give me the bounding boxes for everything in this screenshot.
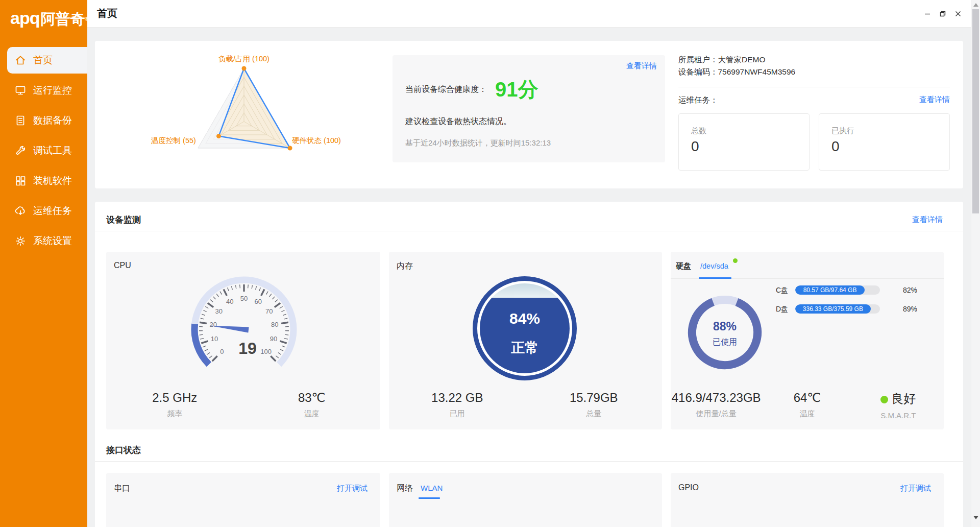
partition-c-usage-bar: 80.57 GB/97.64 GB <box>795 285 880 295</box>
health-score-row: 当前设备综合健康度： 91分 <box>405 77 538 102</box>
memory-percent-text: 84% <box>480 310 570 327</box>
backup-ledger-icon <box>14 114 27 127</box>
disk-smart-metric: 良好 S.M.A.R.T <box>853 391 944 420</box>
cpu-card: CPU 010203040506070809010019 2.5 GHz 频率 … <box>106 252 380 429</box>
svg-text:19: 19 <box>238 339 257 357</box>
scrollbar-down-arrow[interactable] <box>973 516 978 519</box>
svg-text:90: 90 <box>270 335 277 343</box>
logo-brand: apq <box>10 8 39 28</box>
disk-card: 硬盘 /dev/sda C盘 80.57 GB/97.64 GB 82% D盘 <box>671 252 944 429</box>
tasks-executed-value: 0 <box>831 138 840 155</box>
divider <box>678 87 950 87</box>
memory-used-label: 已用 <box>389 409 526 419</box>
sidebar-item-label: 装机软件 <box>33 174 72 187</box>
cpu-metrics: 2.5 GHz 频率 83℃ 温度 <box>106 391 380 419</box>
disk-card-title: 硬盘 <box>676 261 691 271</box>
tasks-total-value: 0 <box>691 138 699 155</box>
monitor-detail-link[interactable]: 查看详情 <box>912 215 943 225</box>
monitor-icon <box>14 84 27 97</box>
cpu-card-title: CPU <box>114 261 131 270</box>
disk-metrics: 416.9/473.23GB 使用量/总量 64℃ 温度 良好 S.M.A.R.… <box>671 391 944 420</box>
gpio-title: GPIO <box>678 483 699 492</box>
health-score-value: 91分 <box>495 76 538 104</box>
disk-usage-value: 416.9/473.23GB <box>671 391 762 405</box>
restore-button[interactable] <box>935 6 950 21</box>
memory-card: 内存 84% 正常 13.22 GB 已用 15.79GB 总量 <box>389 252 662 429</box>
app-window: apq阿普奇® 首页 运行监控 数据备份 调试工具 装机软件 <box>0 0 980 527</box>
cpu-temperature-metric: 83℃ 温度 <box>243 391 381 419</box>
gear-icon <box>14 235 27 247</box>
page-title: 首页 <box>97 7 117 20</box>
scrollbar-up-arrow[interactable] <box>973 3 978 7</box>
disk-tab-dev-sda[interactable]: /dev/sda <box>700 262 728 270</box>
ops-tasks-label: 运维任务： <box>678 95 718 104</box>
sidebar-item-label: 数据备份 <box>33 114 72 127</box>
disk-smart-value: 良好 <box>853 391 944 407</box>
svg-text:硬件状态 (100): 硬件状态 (100) <box>292 136 341 145</box>
sidebar-menu: 首页 运行监控 数据备份 调试工具 装机软件 运维任务 <box>0 47 87 254</box>
device-info-panel: 所属租户：大管家DEMO 设备编码：756997NWF45M3596 运维任务：… <box>678 55 950 177</box>
sidebar-item-ops-tasks[interactable]: 运维任务 <box>0 198 87 224</box>
cpu-temperature-value: 83℃ <box>243 391 381 405</box>
minimize-button[interactable] <box>920 6 935 21</box>
sidebar: apq阿普奇® 首页 运行监控 数据备份 调试工具 装机软件 <box>0 0 87 527</box>
cloud-task-icon <box>14 205 27 217</box>
tenant-row: 所属租户：大管家DEMO <box>678 55 766 65</box>
disk-smart-text: 良好 <box>891 392 916 405</box>
disk-usage-metric: 416.9/473.23GB 使用量/总量 <box>671 391 762 420</box>
network-tab-active-underline <box>419 497 440 499</box>
health-score-label: 当前设备综合健康度： <box>405 84 487 95</box>
device-code-value: 756997NWF45M3596 <box>718 67 796 76</box>
home-icon <box>14 54 27 66</box>
sidebar-item-system-settings[interactable]: 系统设置 <box>0 228 87 254</box>
sidebar-item-debug-tools[interactable]: 调试工具 <box>0 137 87 164</box>
partition-d-name: D盘 <box>776 305 788 314</box>
sidebar-item-home[interactable]: 首页 <box>7 47 87 74</box>
memory-liquid-chart: 84% 正常 <box>473 276 577 380</box>
sidebar-item-data-backup[interactable]: 数据备份 <box>0 107 87 134</box>
disk-donut-chart: 88%已使用 <box>681 289 769 376</box>
svg-text:10: 10 <box>211 335 218 343</box>
health-advice-text: 建议检查设备散热状态情况。 <box>405 116 511 127</box>
health-stats-note: 基于近24小时数据统计，更新时间15:32:13 <box>405 138 551 148</box>
monitor-section-title: 设备监测 <box>106 214 141 226</box>
memory-card-title: 内存 <box>397 261 413 272</box>
partition-c-name: C盘 <box>776 286 788 295</box>
main-content: 负载/占用 (100)硬件状态 (100)温度控制 (55) 查看详情 当前设备… <box>87 28 971 527</box>
tasks-total-box: 总数 0 <box>678 113 810 171</box>
disk-online-dot-icon <box>733 258 738 263</box>
device-code-row: 设备编码：756997NWF45M3596 <box>678 67 795 78</box>
scrollbar-thumb[interactable] <box>972 9 979 213</box>
memory-total-value: 15.79GB <box>526 391 663 405</box>
serial-port-card: 串口 打开调试 <box>106 473 380 527</box>
gpio-card: GPIO 打开调试 <box>671 473 944 527</box>
partition-d-percent: 89% <box>903 305 917 313</box>
tasks-executed-label: 已执行 <box>831 126 854 136</box>
gpio-open-debug-link[interactable]: 打开调试 <box>900 484 931 493</box>
health-detail-link[interactable]: 查看详情 <box>626 61 657 71</box>
logo-registered-mark: ® <box>85 16 89 22</box>
sidebar-item-installed-software[interactable]: 装机软件 <box>0 167 87 194</box>
disk-tab-active-underline <box>699 277 731 279</box>
ops-tasks-detail-link[interactable]: 查看详情 <box>919 95 950 105</box>
svg-text:70: 70 <box>265 307 273 315</box>
memory-total-metric: 15.79GB 总量 <box>526 391 663 419</box>
close-button[interactable] <box>950 6 966 21</box>
vertical-scrollbar <box>971 0 980 527</box>
disk-tab-row: 硬盘 /dev/sda <box>671 252 944 279</box>
divider <box>95 461 963 462</box>
memory-liquid-fill: 84% 正常 <box>480 283 570 373</box>
svg-text:20: 20 <box>210 321 217 328</box>
sidebar-item-monitoring[interactable]: 运行监控 <box>0 77 87 104</box>
disk-temperature-label: 温度 <box>762 409 852 419</box>
serial-open-debug-link[interactable]: 打开调试 <box>337 484 368 493</box>
cpu-frequency-metric: 2.5 GHz 频率 <box>106 391 243 419</box>
svg-text:30: 30 <box>215 307 222 315</box>
memory-used-value: 13.22 GB <box>389 391 526 405</box>
memory-status-text: 正常 <box>480 339 570 357</box>
cpu-temperature-label: 温度 <box>243 409 381 419</box>
svg-text:100: 100 <box>260 348 272 355</box>
network-tab-wlan[interactable]: WLAN <box>421 484 443 492</box>
disk-smart-label: S.M.A.R.T <box>853 411 944 420</box>
memory-used-metric: 13.22 GB 已用 <box>389 391 526 419</box>
